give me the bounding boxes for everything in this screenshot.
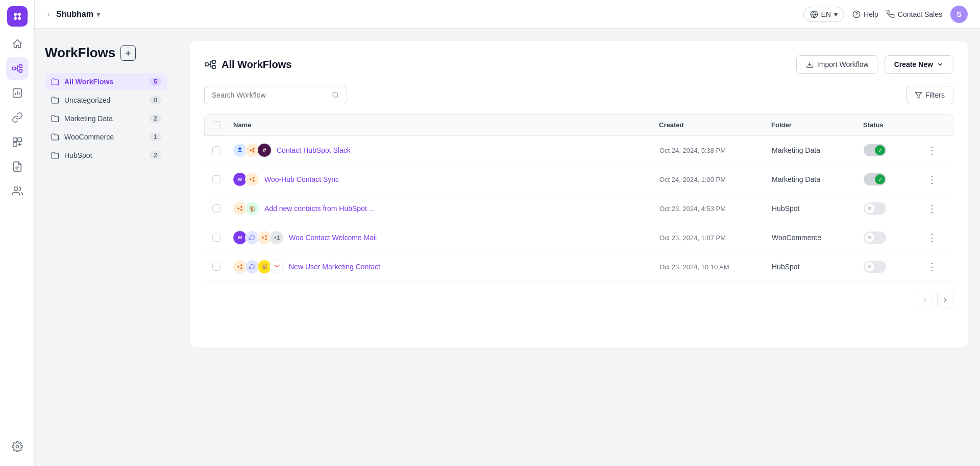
status-toggle[interactable]: ✕: [864, 202, 886, 215]
language-selector[interactable]: EN ▾: [803, 7, 844, 22]
col-status: Status: [863, 121, 924, 129]
workflow-icons: 🐒: [233, 260, 284, 274]
user-avatar[interactable]: S: [950, 6, 968, 23]
workflow-link[interactable]: Woo-Hub Contact Sync: [264, 175, 339, 183]
import-workflow-button[interactable]: Import Workflow: [796, 55, 878, 74]
sidebar-item-all-workflows[interactable]: All WorkFlows 5: [45, 73, 167, 90]
svg-point-36: [240, 264, 242, 266]
more-options-button[interactable]: ⋮: [925, 143, 939, 157]
workflow-link[interactable]: Add new contacts from HubSpot ...: [264, 204, 375, 213]
sidebar-item-hubspot[interactable]: HubSpot 2: [45, 147, 167, 164]
toggle-knob: ✓: [875, 145, 885, 155]
svg-rect-8: [19, 65, 21, 68]
chevron-right-icon: [942, 296, 949, 304]
folder-icon: [51, 96, 59, 104]
sidebar-title-text: WorkFlows: [45, 45, 115, 61]
svg-point-22: [333, 92, 338, 98]
workflow-folder: HubSpot: [772, 263, 864, 271]
svg-rect-7: [12, 67, 15, 70]
status-toggle[interactable]: ✕: [864, 231, 886, 244]
svg-point-25: [250, 149, 252, 151]
sidebar-item-marketing-data[interactable]: Marketing Data 2: [45, 110, 167, 127]
workflow-created: Oct 23, 2024, 1:07 PM: [659, 234, 772, 242]
workflow-link[interactable]: New User Marketing Contact: [289, 263, 380, 271]
svg-point-35: [265, 238, 267, 240]
row-checkbox[interactable]: [212, 263, 220, 271]
prev-page-button[interactable]: [917, 292, 933, 308]
nav-audience[interactable]: [6, 180, 29, 202]
svg-rect-9: [19, 69, 21, 73]
sidebar-toggle[interactable]: ›: [47, 9, 50, 19]
next-page-button[interactable]: [937, 292, 953, 308]
workflow-link[interactable]: Contact HubSpot Slack: [277, 146, 351, 154]
workflow-folder: WooCommerce: [772, 234, 864, 242]
workflow-status: ✕: [864, 261, 925, 273]
filters-label: Filters: [925, 91, 945, 99]
filters-button[interactable]: Filters: [906, 86, 953, 104]
svg-rect-20: [212, 65, 215, 68]
svg-point-31: [237, 207, 239, 209]
workflow-folder: Marketing Data: [772, 175, 864, 183]
svg-rect-12: [17, 138, 21, 142]
row-checkbox[interactable]: [212, 146, 220, 154]
search-box[interactable]: [204, 86, 347, 104]
sidebar-item-count: 2: [150, 151, 161, 159]
add-workflow-button[interactable]: [120, 45, 136, 61]
more-options-button[interactable]: ⋮: [925, 172, 939, 187]
chevron-down-icon: [937, 61, 944, 68]
nav-workflows[interactable]: [6, 57, 29, 80]
filter-icon: [915, 91, 922, 99]
more-options-button[interactable]: ⋮: [925, 201, 939, 216]
sync-icon: [249, 235, 255, 241]
contact-sales-button[interactable]: Contact Sales: [887, 10, 942, 18]
svg-point-34: [262, 237, 264, 239]
select-all-checkbox[interactable]: [213, 121, 221, 129]
workflow-link[interactable]: Woo Contact Welcome Mail: [289, 234, 377, 242]
col-name: Name: [233, 121, 659, 129]
create-new-button[interactable]: Create New: [885, 55, 953, 74]
svg-rect-13: [13, 143, 16, 146]
sidebar-item-woocommerce[interactable]: WooCommerce 1: [45, 128, 167, 146]
nav-analytics[interactable]: [6, 82, 29, 104]
app-logo[interactable]: [7, 6, 28, 27]
phone-icon: [887, 10, 895, 18]
workspace-selector[interactable]: Shubham ▾: [56, 10, 100, 19]
nav-settings[interactable]: [6, 435, 29, 458]
status-toggle[interactable]: ✕: [864, 261, 886, 273]
search-input[interactable]: [212, 91, 328, 99]
nav-widgets[interactable]: [6, 131, 29, 153]
row-checkbox-cell: [212, 263, 233, 271]
create-label: Create New: [894, 60, 933, 68]
more-options-button[interactable]: ⋮: [925, 230, 939, 245]
workflow-status: ✕: [864, 202, 925, 215]
svg-marker-23: [915, 92, 922, 98]
sidebar-item-label: Uncategorized: [64, 96, 144, 104]
status-toggle[interactable]: ✓: [864, 173, 886, 185]
audience-icon: [12, 185, 23, 197]
workflow-icons: W: [233, 172, 259, 187]
more-options-button[interactable]: ⋮: [925, 260, 939, 274]
status-toggle[interactable]: ✓: [864, 144, 886, 156]
folder-icon: [51, 133, 59, 141]
workflow-name-cell: W Woo-Hub Contact Sync: [233, 172, 659, 187]
download-icon: [806, 61, 814, 68]
help-button[interactable]: Help: [852, 10, 878, 18]
nav-home[interactable]: [6, 33, 29, 55]
woo-symbol: W: [238, 177, 242, 182]
sidebar-item-count: 2: [150, 114, 161, 123]
row-checkbox[interactable]: [212, 175, 220, 183]
row-checkbox[interactable]: [212, 234, 220, 242]
sidebar: WorkFlows All WorkFlows 5 Uncategorized …: [35, 29, 178, 466]
sidebar-item-uncategorized[interactable]: Uncategorized 0: [45, 91, 167, 109]
nav-links[interactable]: [6, 106, 29, 129]
row-checkbox[interactable]: [212, 204, 220, 213]
main-area: › Shubham ▾ EN ▾ Help Contact Sales S: [35, 0, 980, 466]
svg-rect-18: [205, 63, 208, 66]
nav-reports[interactable]: [6, 155, 29, 178]
sidebar-title: WorkFlows: [45, 45, 167, 61]
workspace-name: Shubham: [56, 10, 93, 19]
wf-icon-hubspot: [245, 172, 259, 187]
svg-point-14: [14, 187, 17, 191]
table-row: # Contact HubSpot Slack Oct 24, 2024, 5:…: [204, 136, 953, 165]
search-icon: [332, 91, 339, 99]
